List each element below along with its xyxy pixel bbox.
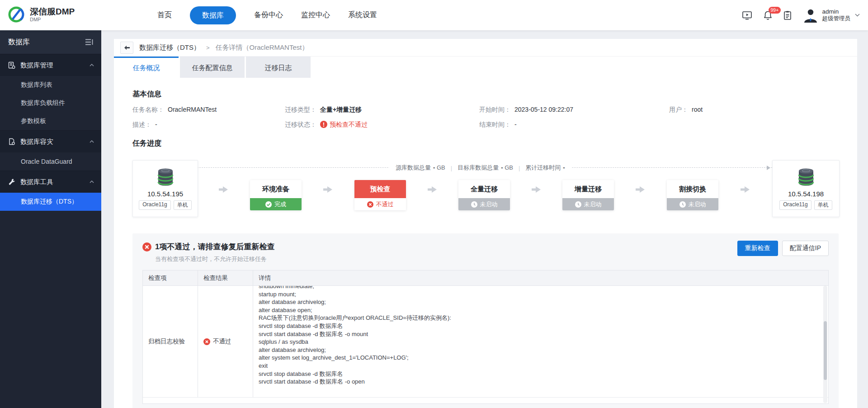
detail-line: alter database archivelog; (259, 346, 823, 354)
field-migration-status: 迁移状态： 预检查不通过 (285, 120, 479, 129)
cell-detail: shutdown immediate; startup mount; alter… (253, 286, 828, 397)
tasks-clipboard-icon[interactable] (783, 10, 792, 20)
sidebar-section-database-manage[interactable]: 数据库管理 (0, 54, 101, 76)
flow-arrow-icon (532, 186, 541, 195)
x-circle-icon (367, 201, 373, 208)
source-deploy-tag: 单机 (174, 200, 192, 210)
collapse-sidebar-icon[interactable] (85, 39, 93, 45)
sidebar: 数据库 数据库管理 数据库列表 数据库负载组件 (0, 30, 101, 408)
source-database-card: 10.5.54.195 Oracle11g 单机 (132, 160, 198, 217)
alert-title: 1项不通过，请排查修复后重新检查 (155, 242, 274, 252)
back-button[interactable] (120, 42, 133, 54)
nav-database[interactable]: 数据库 (190, 6, 236, 24)
breadcrumb: 数据库迁移（DTS） > 任务详情（OracleRMANTest） (114, 39, 857, 57)
nav-home[interactable]: 首页 (157, 10, 172, 20)
x-circle-icon (203, 338, 210, 345)
step-full-migration: 全量迁移 未启动 (458, 180, 510, 210)
sidebar-item-database-list[interactable]: 数据库列表 (0, 76, 101, 94)
notifications-bell-icon[interactable]: 99+ (763, 10, 773, 20)
table-row: 归档日志校验 不通过 shutdown immediate; startup m… (143, 286, 828, 398)
sidebar-section-disaster-recovery[interactable]: 数据库容灾 (0, 130, 101, 152)
detail-tabs: 任务概况 任务配置信息 迁移日志 (114, 57, 857, 78)
detail-line: sqlplus / as sysdba (259, 338, 823, 346)
detail-line: srvctl start database -d 数据库名 -o open (259, 378, 823, 386)
detail-line: alter system set log_archive_dest_1='LOC… (259, 354, 823, 362)
field-migration-type: 迁移类型： 全量+增量迁移 (285, 105, 479, 114)
detail-line: srvctl stop database -d 数据库名 (259, 370, 823, 378)
config-comm-ip-button[interactable]: 配置通信IP (782, 241, 829, 256)
user-name: admin (822, 8, 851, 15)
nav-system-settings[interactable]: 系统设置 (348, 10, 377, 20)
cell-check-result: 不通过 (198, 286, 253, 397)
tab-task-config[interactable]: 任务配置信息 (180, 57, 245, 78)
chevron-up-icon (90, 180, 94, 183)
progress-heading: 任务进度 (132, 139, 839, 148)
database-cylinder-icon (155, 168, 176, 187)
flow-arrow-icon (219, 186, 228, 195)
cell-check-item: 归档日志校验 (143, 286, 198, 397)
user-role: 超级管理员 (822, 15, 851, 22)
main-area: 数据库迁移（DTS） > 任务详情（OracleRMANTest） 任务概况 任… (101, 30, 868, 408)
sidebar-section-database-tools[interactable]: 数据库工具 (0, 171, 101, 193)
col-check-item: 检查项 (143, 270, 198, 285)
target-ip: 10.5.54.198 (788, 190, 824, 198)
main-nav: 首页 数据库 备份中心 监控中心 系统设置 (157, 0, 377, 30)
target-db-type-tag: Oracle11g (779, 200, 811, 210)
avatar (802, 7, 819, 24)
detail-line: alter database open; (259, 306, 823, 314)
step-precheck[interactable]: 预检查 不通过 (354, 180, 406, 210)
source-ip: 10.5.54.195 (147, 190, 183, 198)
sidebar-item-database-load-component[interactable]: 数据库负载组件 (0, 94, 101, 112)
content-card: 数据库迁移（DTS） > 任务详情（OracleRMANTest） 任务概况 任… (114, 39, 857, 408)
chevron-up-icon (90, 64, 94, 66)
step-cutover-switch: 割接切换 未启动 (667, 180, 718, 210)
progress-flow: 源库数据总量- GB | 目标库数据总量- GB | 累计迁移时间- (132, 159, 839, 220)
sidebar-item-database-migration-dts[interactable]: 数据库迁移（DTS） (0, 193, 101, 211)
sidebar-item-oracle-dataguard[interactable]: Oracle DataGuard (0, 152, 101, 171)
sidebar-section-label: 数据库工具 (20, 178, 53, 186)
dmp-app: 深信服DMP DMP 首页 数据库 备份中心 监控中心 系统设置 (0, 0, 868, 408)
chevron-down-icon (855, 14, 860, 17)
check-circle-icon (265, 201, 272, 208)
target-deploy-tag: 单机 (814, 200, 832, 210)
nav-backup-center[interactable]: 备份中心 (254, 10, 283, 20)
check-result-table: 检查项 检查结果 详情 归档日志校验 不通过 (142, 270, 829, 404)
console-monitor-icon[interactable] (742, 10, 752, 20)
basic-info-grid: 任务名称： OracleRMANTest 迁移类型： 全量+增量迁移 开始时间：… (132, 105, 839, 129)
field-end-time: 结束时间： - (479, 120, 669, 129)
flow-arrow-icon (741, 186, 750, 195)
flow-arrowhead (767, 166, 770, 170)
field-description: 描述： - (132, 120, 285, 129)
disaster-recovery-icon (8, 138, 15, 145)
chevron-up-icon (90, 140, 94, 143)
top-header: 深信服DMP DMP 首页 数据库 备份中心 监控中心 系统设置 (0, 0, 868, 30)
recheck-button[interactable]: 重新检查 (737, 241, 778, 256)
database-manage-icon (8, 62, 15, 69)
col-check-result: 检查结果 (198, 270, 253, 285)
field-task-name: 任务名称： OracleRMANTest (132, 105, 285, 114)
error-exclamation-icon (320, 121, 327, 128)
tools-wrench-icon (8, 178, 15, 185)
flow-arrow-icon (428, 186, 437, 195)
tab-migration-log[interactable]: 迁移日志 (246, 57, 311, 78)
nav-monitor-center[interactable]: 监控中心 (301, 10, 330, 20)
breadcrumb-current: 任务详情（OracleRMANTest） (216, 43, 309, 52)
detail-line: startup mount; (259, 290, 823, 299)
precheck-result-panel: 1项不通过，请排查修复后重新检查 当有检查项不通过时，不允许开始迁移任务 重新检… (132, 233, 839, 408)
detail-line: RAC场景下(注意切换到oracle用户export ORACLE_SID=待迁… (259, 314, 823, 322)
table-header-row: 检查项 检查结果 详情 (143, 270, 828, 286)
sangfor-logo-icon (7, 5, 25, 24)
clock-icon (679, 201, 686, 208)
alert-subtitle: 当有检查项不通过时，不允许开始迁移任务 (155, 255, 829, 263)
table-scrollbar-thumb[interactable] (824, 321, 827, 380)
flow-stats: 源库数据总量- GB | 目标库数据总量- GB | 累计迁移时间- (389, 164, 571, 172)
user-menu[interactable]: admin 超级管理员 (802, 7, 860, 24)
breadcrumb-parent[interactable]: 数据库迁移（DTS） (139, 43, 200, 52)
tab-task-overview[interactable]: 任务概况 (114, 57, 179, 78)
sidebar-section-label: 数据库容灾 (20, 138, 53, 146)
col-detail: 详情 (253, 270, 828, 285)
notifications-badge: 99+ (769, 7, 781, 14)
sidebar-item-parameter-template[interactable]: 参数模板 (0, 112, 101, 130)
source-db-type-tag: Oracle11g (139, 200, 170, 210)
brand[interactable]: 深信服DMP DMP (7, 5, 75, 24)
